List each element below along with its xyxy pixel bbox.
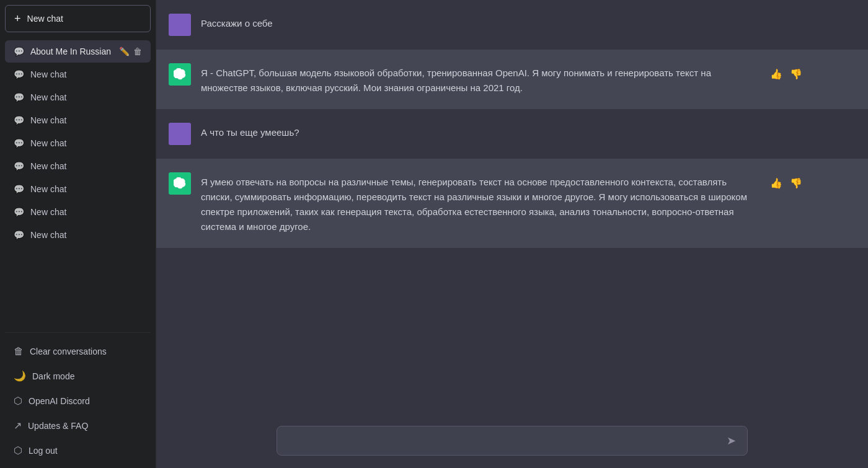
messages-area: Расскажи о себе Я - ChatGPT, большая мод…: [156, 0, 868, 416]
chat-item[interactable]: 💬 New chat: [5, 132, 151, 154]
assistant-message-text: Я - ChatGPT, большая модель языковой обр…: [201, 63, 759, 95]
new-chat-button[interactable]: + New chat: [5, 5, 151, 32]
message-feedback-actions: 👍 👎: [769, 172, 804, 190]
assistant-avatar: [169, 172, 191, 195]
chat-bubble-icon: 💬: [14, 115, 24, 125]
logout-button[interactable]: ⬡ Log out: [5, 438, 151, 462]
chat-list: 💬 About Me In Russian ✏️ 🗑 💬 New chat 💬 …: [0, 37, 156, 329]
chat-item-label: New chat: [30, 69, 142, 79]
thumbs-down-button[interactable]: 👎: [789, 67, 804, 81]
external-link-icon: ↗: [14, 420, 22, 431]
updates-faq-label: Updates & FAQ: [28, 421, 88, 431]
chat-bubble-icon: 💬: [14, 184, 24, 194]
thumbs-up-button[interactable]: 👍: [769, 176, 784, 190]
message-row-user: А что ты еще умеешь?: [156, 109, 868, 159]
assistant-avatar: [169, 63, 191, 86]
chat-input[interactable]: [286, 433, 718, 448]
chat-item[interactable]: 💬 New chat: [5, 224, 151, 246]
main-chat-area: Расскажи о себе Я - ChatGPT, большая мод…: [156, 0, 868, 468]
moon-icon: 🌙: [14, 370, 26, 382]
chat-item-label: New chat: [30, 92, 142, 102]
chat-item[interactable]: 💬 New chat: [5, 109, 151, 131]
chat-item[interactable]: 💬 New chat: [5, 86, 151, 108]
user-avatar: [169, 123, 191, 145]
chat-item[interactable]: 💬 New chat: [5, 63, 151, 86]
input-wrapper: ➤: [277, 426, 748, 456]
send-button[interactable]: ➤: [724, 433, 738, 449]
user-avatar: [169, 14, 191, 36]
chat-item-label: New chat: [30, 230, 142, 240]
chat-bubble-icon: 💬: [14, 161, 24, 171]
new-chat-label: New chat: [27, 14, 63, 24]
chat-item[interactable]: 💬 New chat: [5, 201, 151, 223]
chat-item-actions: ✏️ 🗑: [119, 46, 142, 56]
clear-conversations-button[interactable]: 🗑 Clear conversations: [5, 340, 151, 363]
user-message-text: Расскажи о себе: [201, 14, 759, 31]
chat-item-active[interactable]: 💬 About Me In Russian ✏️ 🗑: [5, 40, 151, 63]
chat-item[interactable]: 💬 New chat: [5, 178, 151, 200]
active-chat-label: About Me In Russian: [30, 46, 113, 56]
message-row-assistant: Я - ChatGPT, большая модель языковой обр…: [156, 50, 868, 109]
chat-item-label: New chat: [30, 161, 142, 171]
chat-bubble-icon: 💬: [14, 207, 24, 217]
empty-space: [156, 248, 868, 416]
updates-faq-button[interactable]: ↗ Updates & FAQ: [5, 413, 151, 438]
chat-bubble-icon: 💬: [14, 69, 24, 79]
plus-icon: +: [14, 13, 21, 24]
chat-bubble-icon: 💬: [14, 46, 24, 56]
discord-label: OpenAI Discord: [29, 396, 90, 406]
chat-item[interactable]: 💬 New chat: [5, 155, 151, 177]
delete-icon[interactable]: 🗑: [133, 46, 142, 56]
sidebar-divider: [5, 332, 151, 333]
chat-bubble-icon: 💬: [14, 230, 24, 240]
send-icon: ➤: [727, 434, 736, 448]
input-area: ➤: [156, 416, 868, 468]
message-row-assistant: Я умею отвечать на вопросы на различные …: [156, 159, 868, 248]
message-row-user: Расскажи о себе: [156, 0, 868, 50]
chat-item-label: New chat: [30, 115, 142, 125]
sidebar-bottom: 🗑 Clear conversations 🌙 Dark mode ⬡ Open…: [0, 337, 156, 468]
thumbs-down-button[interactable]: 👎: [789, 176, 804, 190]
chat-item-label: New chat: [30, 184, 142, 194]
dark-mode-button[interactable]: 🌙 Dark mode: [5, 364, 151, 388]
discord-button[interactable]: ⬡ OpenAI Discord: [5, 389, 151, 413]
chat-bubble-icon: 💬: [14, 92, 24, 102]
chat-bubble-icon: 💬: [14, 138, 24, 148]
logout-icon: ⬡: [14, 444, 22, 456]
sidebar: + New chat 💬 About Me In Russian ✏️ 🗑 💬 …: [0, 0, 156, 468]
logout-label: Log out: [29, 446, 58, 456]
chat-item-label: New chat: [30, 207, 142, 217]
trash-icon: 🗑: [14, 346, 24, 357]
clear-conversations-label: Clear conversations: [30, 347, 107, 356]
discord-icon: ⬡: [14, 395, 22, 407]
assistant-message-text: Я умею отвечать на вопросы на различные …: [201, 172, 759, 234]
message-feedback-actions: 👍 👎: [769, 63, 804, 81]
chat-item-label: New chat: [30, 138, 142, 148]
dark-mode-label: Dark mode: [32, 371, 74, 381]
thumbs-up-button[interactable]: 👍: [769, 67, 784, 81]
edit-icon[interactable]: ✏️: [119, 46, 130, 56]
user-message-text: А что ты еще умеешь?: [201, 123, 759, 140]
